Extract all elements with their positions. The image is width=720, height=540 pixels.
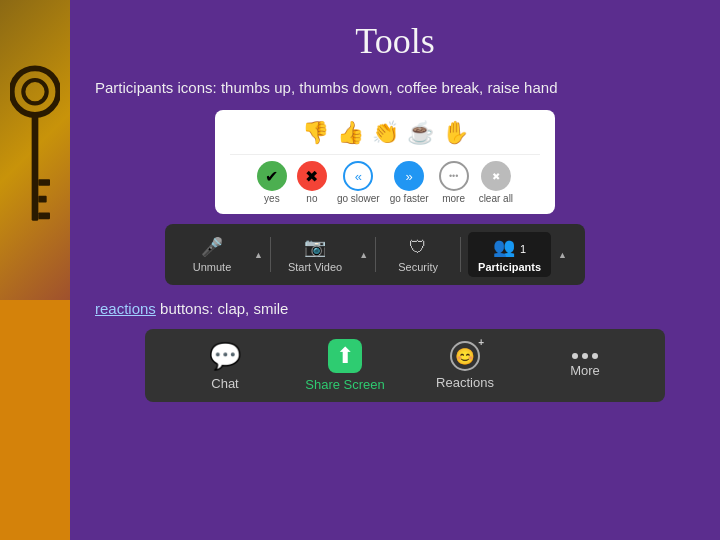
more-label: More (570, 363, 600, 378)
reactions-row-1: 👎 👍 👏 ☕ ✋ (230, 120, 540, 146)
coffee-icon[interactable]: ☕ (407, 120, 434, 146)
security-button[interactable]: 🛡 Security (383, 233, 453, 277)
dot-2 (582, 353, 588, 359)
divider-3 (460, 237, 461, 272)
no-button[interactable]: ✖ no (297, 161, 327, 204)
reactions-desc-text: buttons: clap, smile (160, 300, 288, 317)
more-dots-icon (572, 353, 598, 359)
yes-label: yes (264, 193, 280, 204)
yes-button[interactable]: ✔ yes (257, 161, 287, 204)
chat-label: Chat (211, 376, 238, 391)
participants-caret[interactable]: ▲ (558, 250, 567, 260)
reactions-panel: 👎 👍 👏 ☕ ✋ ✔ yes ✖ no « go slower » go fa… (215, 110, 555, 214)
unmute-icon: 🎤 (201, 236, 223, 258)
reactions-link[interactable]: reactions (95, 300, 156, 317)
participants-count: 1 (520, 243, 526, 255)
raise-hand-icon[interactable]: ✋ (442, 120, 469, 146)
go-faster-icon: » (394, 161, 424, 191)
left-strip-bottom (0, 300, 70, 540)
no-icon: ✖ (297, 161, 327, 191)
go-slower-button[interactable]: « go slower (337, 161, 380, 204)
thumbs-up-icon[interactable]: 👍 (337, 120, 364, 146)
participants-description: Participants icons: thumbs up, thumbs do… (95, 77, 695, 98)
go-faster-label: go faster (390, 193, 429, 204)
svg-rect-2 (32, 113, 39, 221)
more-reactions-button[interactable]: ••• more (439, 161, 469, 204)
clap-icon[interactable]: 👏 (372, 120, 399, 146)
more-reactions-label: more (442, 193, 465, 204)
page-title: Tools (95, 20, 695, 62)
more-reactions-icon: ••• (439, 161, 469, 191)
reactions-button[interactable]: 😊 + Reactions (420, 341, 510, 390)
participants-icon: 👥 1 (493, 236, 526, 258)
svg-rect-3 (38, 179, 50, 186)
thumbs-down-icon[interactable]: 👎 (302, 120, 329, 146)
start-video-button[interactable]: 📷 Start Video (278, 232, 352, 277)
reactions-description: reactions buttons: clap, smile (95, 300, 695, 317)
start-video-icon: 📷 (304, 236, 326, 258)
no-label: no (306, 193, 317, 204)
yes-icon: ✔ (257, 161, 287, 191)
clear-all-button[interactable]: ✖ clear all (479, 161, 513, 204)
go-slower-icon: « (343, 161, 373, 191)
share-screen-button[interactable]: ⬆ Share Screen (300, 339, 390, 392)
divider-1 (270, 237, 271, 272)
go-faster-button[interactable]: » go faster (390, 161, 429, 204)
chat-icon: 💬 (209, 341, 241, 372)
dot-1 (572, 353, 578, 359)
svg-point-1 (23, 80, 46, 103)
left-strip (0, 0, 70, 540)
participants-button[interactable]: 👥 1 Participants (468, 232, 551, 277)
svg-rect-5 (38, 213, 50, 220)
start-video-label: Start Video (288, 261, 342, 273)
svg-point-0 (12, 68, 59, 115)
divider-2 (375, 237, 376, 272)
clear-all-label: clear all (479, 193, 513, 204)
reactions-row-2: ✔ yes ✖ no « go slower » go faster ••• m… (230, 154, 540, 204)
bottom-toolbar: 💬 Chat ⬆ Share Screen 😊 + Reactions More (145, 329, 665, 402)
security-icon: 🛡 (409, 237, 427, 258)
main-content: Tools Participants icons: thumbs up, thu… (70, 0, 720, 540)
participants-label: Participants (478, 261, 541, 273)
key-image-area (0, 0, 70, 300)
reactions-label: Reactions (436, 375, 494, 390)
video-caret[interactable]: ▲ (359, 250, 368, 260)
chat-button[interactable]: 💬 Chat (180, 341, 270, 391)
reactions-emoji-icon: 😊 (450, 341, 480, 371)
dot-3 (592, 353, 598, 359)
share-screen-icon: ⬆ (328, 339, 362, 373)
svg-rect-4 (38, 196, 46, 203)
zoom-toolbar: 🎤 Unmute ▲ 📷 Start Video ▲ 🛡 Security 👥 … (165, 224, 585, 285)
plus-badge: + (478, 337, 484, 348)
go-slower-label: go slower (337, 193, 380, 204)
unmute-label: Unmute (193, 261, 232, 273)
security-label: Security (398, 261, 438, 273)
share-screen-label: Share Screen (305, 377, 385, 392)
more-button[interactable]: More (540, 353, 630, 378)
unmute-button[interactable]: 🎤 Unmute (177, 232, 247, 277)
clear-all-icon: ✖ (481, 161, 511, 191)
unmute-caret[interactable]: ▲ (254, 250, 263, 260)
